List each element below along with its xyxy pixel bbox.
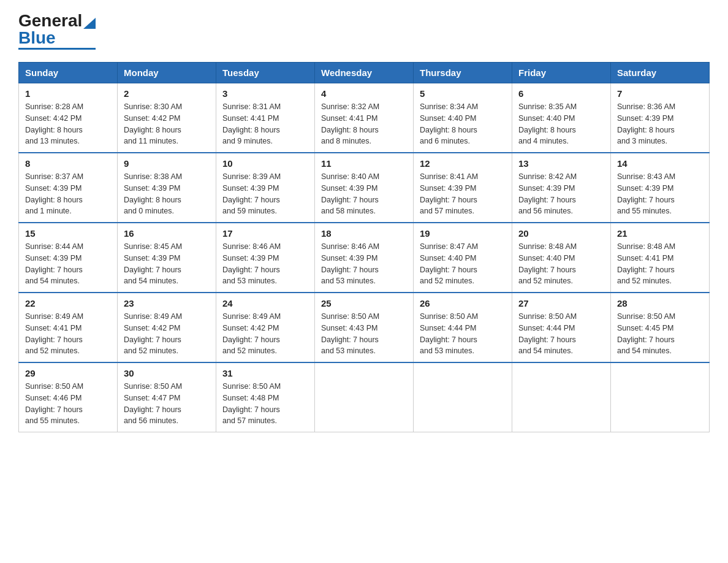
logo: General Blue <box>18 12 96 50</box>
day-cell: 16Sunrise: 8:45 AM Sunset: 4:39 PM Dayli… <box>118 223 216 293</box>
week-row-3: 15Sunrise: 8:44 AM Sunset: 4:39 PM Dayli… <box>19 223 710 293</box>
header-tuesday: Tuesday <box>216 63 315 83</box>
day-cell: 8Sunrise: 8:37 AM Sunset: 4:39 PM Daylig… <box>19 153 118 223</box>
day-info: Sunrise: 8:31 AM Sunset: 4:41 PM Dayligh… <box>222 101 308 147</box>
day-cell <box>315 362 414 432</box>
day-number: 21 <box>617 228 703 239</box>
day-info: Sunrise: 8:50 AM Sunset: 4:44 PM Dayligh… <box>518 311 604 357</box>
day-number: 26 <box>420 298 506 308</box>
header-monday: Monday <box>118 63 216 83</box>
day-cell: 5Sunrise: 8:34 AM Sunset: 4:40 PM Daylig… <box>414 83 512 153</box>
day-info: Sunrise: 8:49 AM Sunset: 4:42 PM Dayligh… <box>222 311 308 357</box>
day-number: 16 <box>124 228 210 239</box>
day-cell: 2Sunrise: 8:30 AM Sunset: 4:42 PM Daylig… <box>118 83 216 153</box>
day-info: Sunrise: 8:47 AM Sunset: 4:40 PM Dayligh… <box>420 241 506 287</box>
day-cell: 20Sunrise: 8:48 AM Sunset: 4:40 PM Dayli… <box>512 223 611 293</box>
day-number: 31 <box>222 368 308 378</box>
day-info: Sunrise: 8:40 AM Sunset: 4:39 PM Dayligh… <box>321 171 407 217</box>
logo-underline <box>18 48 96 50</box>
day-cell <box>512 362 611 432</box>
day-cell: 13Sunrise: 8:42 AM Sunset: 4:39 PM Dayli… <box>512 153 611 223</box>
day-info: Sunrise: 8:42 AM Sunset: 4:39 PM Dayligh… <box>518 171 604 217</box>
header-saturday: Saturday <box>611 63 710 83</box>
day-info: Sunrise: 8:50 AM Sunset: 4:47 PM Dayligh… <box>124 381 210 427</box>
day-cell: 30Sunrise: 8:50 AM Sunset: 4:47 PM Dayli… <box>118 362 216 432</box>
header-thursday: Thursday <box>414 63 512 83</box>
day-cell: 11Sunrise: 8:40 AM Sunset: 4:39 PM Dayli… <box>315 153 414 223</box>
day-info: Sunrise: 8:32 AM Sunset: 4:41 PM Dayligh… <box>321 101 407 147</box>
day-number: 25 <box>321 298 407 308</box>
day-cell: 7Sunrise: 8:36 AM Sunset: 4:39 PM Daylig… <box>611 83 710 153</box>
day-number: 9 <box>124 158 210 169</box>
day-info: Sunrise: 8:49 AM Sunset: 4:42 PM Dayligh… <box>124 311 210 357</box>
day-number: 30 <box>124 368 210 378</box>
day-cell <box>414 362 512 432</box>
day-info: Sunrise: 8:37 AM Sunset: 4:39 PM Dayligh… <box>25 171 111 217</box>
day-cell: 25Sunrise: 8:50 AM Sunset: 4:43 PM Dayli… <box>315 293 414 362</box>
day-info: Sunrise: 8:35 AM Sunset: 4:40 PM Dayligh… <box>518 101 604 147</box>
day-number: 15 <box>25 228 111 239</box>
day-info: Sunrise: 8:50 AM Sunset: 4:45 PM Dayligh… <box>617 311 703 357</box>
day-info: Sunrise: 8:48 AM Sunset: 4:40 PM Dayligh… <box>518 241 604 287</box>
logo-blue-text: Blue <box>18 29 56 47</box>
week-row-1: 1Sunrise: 8:28 AM Sunset: 4:42 PM Daylig… <box>19 83 710 153</box>
day-cell: 1Sunrise: 8:28 AM Sunset: 4:42 PM Daylig… <box>19 83 118 153</box>
day-number: 6 <box>518 88 604 99</box>
day-number: 17 <box>222 228 308 239</box>
day-number: 8 <box>25 158 111 169</box>
day-info: Sunrise: 8:41 AM Sunset: 4:39 PM Dayligh… <box>420 171 506 217</box>
day-number: 28 <box>617 298 703 308</box>
day-number: 23 <box>124 298 210 308</box>
day-number: 3 <box>222 88 308 99</box>
day-info: Sunrise: 8:50 AM Sunset: 4:46 PM Dayligh… <box>25 381 111 427</box>
day-cell: 23Sunrise: 8:49 AM Sunset: 4:42 PM Dayli… <box>118 293 216 362</box>
page-header: General Blue <box>18 12 710 50</box>
day-number: 18 <box>321 228 407 239</box>
logo-text: General <box>18 12 96 29</box>
day-number: 4 <box>321 88 407 99</box>
day-info: Sunrise: 8:36 AM Sunset: 4:39 PM Dayligh… <box>617 101 703 147</box>
day-number: 19 <box>420 228 506 239</box>
day-info: Sunrise: 8:39 AM Sunset: 4:39 PM Dayligh… <box>222 171 308 217</box>
day-number: 29 <box>25 368 111 378</box>
day-number: 10 <box>222 158 308 169</box>
day-cell: 17Sunrise: 8:46 AM Sunset: 4:39 PM Dayli… <box>216 223 315 293</box>
day-number: 14 <box>617 158 703 169</box>
day-info: Sunrise: 8:50 AM Sunset: 4:44 PM Dayligh… <box>420 311 506 357</box>
day-cell: 28Sunrise: 8:50 AM Sunset: 4:45 PM Dayli… <box>611 293 710 362</box>
day-number: 5 <box>420 88 506 99</box>
day-info: Sunrise: 8:50 AM Sunset: 4:43 PM Dayligh… <box>321 311 407 357</box>
day-cell: 22Sunrise: 8:49 AM Sunset: 4:41 PM Dayli… <box>19 293 118 362</box>
day-info: Sunrise: 8:45 AM Sunset: 4:39 PM Dayligh… <box>124 241 210 287</box>
day-cell: 18Sunrise: 8:46 AM Sunset: 4:39 PM Dayli… <box>315 223 414 293</box>
day-number: 11 <box>321 158 407 169</box>
day-info: Sunrise: 8:50 AM Sunset: 4:48 PM Dayligh… <box>222 381 308 427</box>
day-number: 2 <box>124 88 210 99</box>
day-cell: 31Sunrise: 8:50 AM Sunset: 4:48 PM Dayli… <box>216 362 315 432</box>
day-cell: 10Sunrise: 8:39 AM Sunset: 4:39 PM Dayli… <box>216 153 315 223</box>
day-number: 24 <box>222 298 308 308</box>
day-cell: 26Sunrise: 8:50 AM Sunset: 4:44 PM Dayli… <box>414 293 512 362</box>
day-number: 13 <box>518 158 604 169</box>
header-sunday: Sunday <box>19 63 118 83</box>
day-cell: 15Sunrise: 8:44 AM Sunset: 4:39 PM Dayli… <box>19 223 118 293</box>
day-info: Sunrise: 8:43 AM Sunset: 4:39 PM Dayligh… <box>617 171 703 217</box>
day-cell: 29Sunrise: 8:50 AM Sunset: 4:46 PM Dayli… <box>19 362 118 432</box>
day-info: Sunrise: 8:48 AM Sunset: 4:41 PM Dayligh… <box>617 241 703 287</box>
day-cell: 27Sunrise: 8:50 AM Sunset: 4:44 PM Dayli… <box>512 293 611 362</box>
day-cell: 24Sunrise: 8:49 AM Sunset: 4:42 PM Dayli… <box>216 293 315 362</box>
day-cell: 14Sunrise: 8:43 AM Sunset: 4:39 PM Dayli… <box>611 153 710 223</box>
day-info: Sunrise: 8:30 AM Sunset: 4:42 PM Dayligh… <box>124 101 210 147</box>
day-info: Sunrise: 8:28 AM Sunset: 4:42 PM Dayligh… <box>25 101 111 147</box>
day-info: Sunrise: 8:44 AM Sunset: 4:39 PM Dayligh… <box>25 241 111 287</box>
header-wednesday: Wednesday <box>315 63 414 83</box>
day-number: 20 <box>518 228 604 239</box>
weekday-header-row: SundayMondayTuesdayWednesdayThursdayFrid… <box>19 63 710 83</box>
calendar-table: SundayMondayTuesdayWednesdayThursdayFrid… <box>18 62 710 432</box>
day-info: Sunrise: 8:46 AM Sunset: 4:39 PM Dayligh… <box>222 241 308 287</box>
day-number: 22 <box>25 298 111 308</box>
week-row-2: 8Sunrise: 8:37 AM Sunset: 4:39 PM Daylig… <box>19 153 710 223</box>
day-cell: 21Sunrise: 8:48 AM Sunset: 4:41 PM Dayli… <box>611 223 710 293</box>
day-number: 27 <box>518 298 604 308</box>
day-cell: 3Sunrise: 8:31 AM Sunset: 4:41 PM Daylig… <box>216 83 315 153</box>
